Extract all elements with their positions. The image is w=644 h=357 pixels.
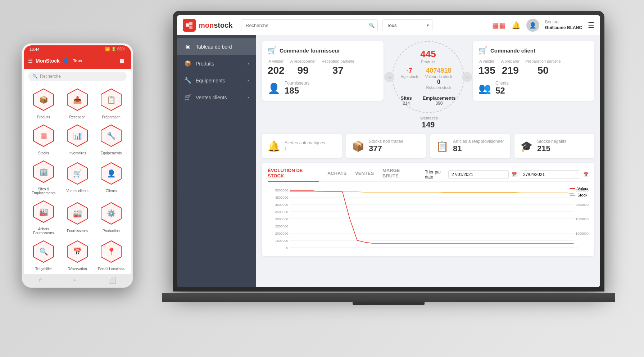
phone-menu-stocks[interactable]: ▦ Stocks [28,123,59,156]
phone-menu-inventaires[interactable]: 📊 Inventaires [62,123,93,156]
fournisseur-person-icon: 👤 [268,82,280,94]
sidebar-label-tableau-de-bord: Tableau de bord [196,44,232,50]
alertes-automatiques-card: 🔔 Alertes automatiques ℹ [262,134,342,158]
info-icon[interactable]: ℹ [285,146,286,152]
phone-time: 16:44 [30,47,40,51]
emplacements-item: Emplacements 390 [423,95,456,106]
phone-menu-icon[interactable]: ☰ [28,58,33,64]
legend-valeur: Valeur [570,186,589,191]
date-from-input[interactable] [448,170,509,179]
svg-text:250000000: 250000000 [576,203,589,207]
svg-text:5000000: 5000000 [275,189,288,192]
phone-screen: 16:44 📶 🔋 65% ☰ MonStock 👤 Tous ▦ 🔍 Rech… [24,45,131,286]
tab-achats[interactable]: ACHATS [327,171,346,180]
label-a-preparer: A préparer [501,59,520,63]
phone-search-bar[interactable]: 🔍 Recherche [28,72,127,81]
value-a-receptionner: 99 [290,65,316,76]
search-button[interactable]: 🔍 [369,23,375,28]
inventaires-value: 149 [418,120,438,130]
search-bar[interactable]: 🔍 [241,19,378,31]
phone-label-reservation: Réservation [68,267,87,271]
svg-text:2000000: 2000000 [275,232,288,235]
logo-icon [183,19,196,32]
date-filter: Trier par date 📅 📅 [425,170,589,180]
phone-menu-tracabilite[interactable]: 🔍 Traçabilité [28,238,59,271]
chart-tabs: ÉVOLUTION DE STOCK ACHATS VENTES MARGE B… [268,168,589,182]
date-to-input[interactable] [520,170,580,179]
client-metrics: A valider 135 A préparer 219 Préparation… [479,59,589,76]
sidebar-item-ventes-clients[interactable]: 🛒 Ventes clients › [177,89,256,106]
stock-line [290,191,573,194]
phone-label-sites: Sites & Emplacements [28,187,59,195]
phone-label-equipements: Équipements [101,151,122,155]
barcode-icon[interactable]: ▦▦ [492,21,506,30]
phone-recent-icon[interactable]: ⬜ [108,276,116,284]
svg-rect-0 [186,23,189,27]
search-input[interactable] [241,19,378,31]
calendar-to-icon[interactable]: 📅 [583,172,589,177]
clients-value: 52 [495,86,509,96]
sites-item: Sites 214 [401,95,412,106]
phone-back-icon[interactable]: ← [72,276,78,284]
phone-home-icon[interactable]: ⌂ [38,276,42,284]
phone-menu-preparation[interactable]: 📋 Préparation [96,87,127,120]
svg-text:150000000: 150000000 [576,217,589,221]
phone-menu-produits[interactable]: 📦 Produits [28,87,59,120]
phone-label-fournisseurs: Fournisseurs [67,229,88,233]
phone-menu-sites[interactable]: 🏢 Sites & Emplacements [28,159,59,196]
valeur-line [290,191,573,243]
rotation-value: 0 [425,79,452,85]
commande-fournisseur-card: 🛒 Commande fournisseur A valider 202 [262,41,384,101]
tab-marge-brute[interactable]: MARGE BRUTE [382,168,416,182]
phone-scan-button[interactable]: ▦ [117,56,127,66]
metric-a-valider-client: A valider 135 [479,59,495,76]
phone-label-preparation: Préparation [102,115,121,119]
stocks-non-traites-card: 📦 Stocks non traités 377 [346,134,426,158]
svg-text:4500000: 4500000 [275,196,288,199]
tab-evolution-stock[interactable]: ÉVOLUTION DE STOCK [268,168,319,182]
label-preparation-partielle: Préparation partielle [525,59,561,63]
sidebar-item-tableau-de-bord[interactable]: ◉ Tableau de bord [177,38,256,55]
phone-status-bar: 16:44 📶 🔋 65% [24,45,131,53]
notification-bell-icon[interactable]: 🔔 [512,21,521,30]
user-name: Guillaume BLANC [545,25,582,31]
legend-stock: Stock [570,193,589,197]
calendar-from-icon[interactable]: 📅 [512,172,517,177]
produits-value: 445 [401,49,456,60]
circle-arrow-right: → [462,72,472,82]
phone-menu-ventes[interactable]: 🛒 Ventes clients [62,159,93,196]
phone-menu-production[interactable]: ⚙️ Production [96,198,127,235]
metric-reception-partielle: Réception partielle 37 [322,59,354,76]
phone-menu-portail[interactable]: 📍 Portail Locations [96,238,127,271]
filter-wrapper[interactable]: Tous [382,19,432,31]
value-a-valider-c: 135 [479,65,495,76]
phone-menu-equipements[interactable]: 🔧 Équipements [96,123,127,156]
articles-value: 81 [453,144,504,153]
stocks-value: 377 [369,144,403,153]
valeur-stock-label: Valeur du stock [425,74,452,79]
phone-user-icon[interactable]: 👤 [63,58,69,64]
phone-menu-clients[interactable]: 👤 Clients [96,159,127,196]
phone-search-icon: 🔍 [32,74,38,79]
tab-ventes[interactable]: VENTES [355,171,374,180]
phone-label-ventes: Ventes clients [66,189,89,193]
phone-menu-fournisseurs[interactable]: 🏭 Fournisseurs [62,198,93,235]
equipements-icon: 🔧 [184,77,191,84]
sidebar-item-equipements[interactable]: 🔧 Équipements › [177,72,256,89]
svg-text:0: 0 [286,246,288,250]
age-stock-stat: -7 Age stock [401,67,418,90]
laptop-base [162,293,615,302]
phone-menu-achats[interactable]: 🏭 Achats Fournisseurs [28,198,59,235]
svg-text:2500000: 2500000 [275,225,288,228]
filter-select[interactable]: Tous [382,19,432,31]
phone-menu-reservation[interactable]: 📅 Réservation [62,238,93,271]
metric-a-receptionner: A réceptionner 99 [290,59,316,76]
phone-menu-reception[interactable]: 📥 Réception [62,87,93,120]
phone-label-clients: Clients [106,189,117,193]
hamburger-menu-icon[interactable]: ☰ [588,21,594,30]
phone-label-reception: Réception [69,115,85,119]
sidebar-item-produits[interactable]: 📦 Produits › [177,55,256,72]
ventes-icon: 🛒 [184,94,191,101]
inventaires-box: Inventaires 149 [418,116,438,130]
produits-icon: 📦 [184,60,191,67]
